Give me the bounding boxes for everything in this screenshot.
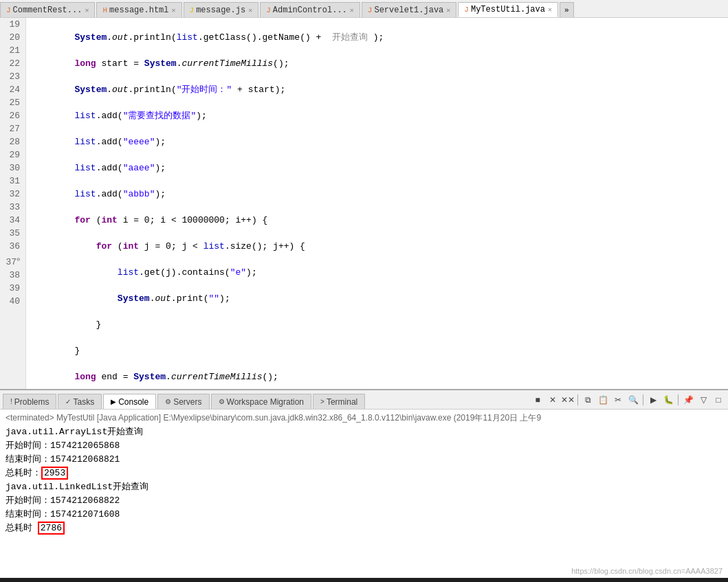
line-35: 35 — [5, 227, 20, 240]
copy-button[interactable]: ⧉ — [581, 393, 595, 407]
line-25: 25 — [5, 96, 20, 109]
java-icon3: J — [368, 6, 373, 14]
line-19: 19 — [5, 18, 20, 31]
close-all-button[interactable]: ✕✕ — [561, 393, 575, 407]
editor-area: 19 20 21 22 23 24 25 26 27 28 29 30 31 3… — [0, 18, 728, 389]
code-line-31: } — [32, 344, 728, 357]
paste-button[interactable]: 📋 — [596, 393, 610, 407]
console-line-3: 结束时间：1574212068821 — [5, 453, 723, 467]
watermark: https://blog.csdn.cn/blog.csdn.cn=AAAA38… — [571, 567, 723, 575]
java-icon2: J — [266, 6, 271, 14]
code-line-21: System.out.println("开始时间：" + start); — [32, 83, 728, 96]
line-38: 38 — [5, 269, 20, 282]
total-time-1: 2953 — [41, 467, 68, 480]
tab-close-mytestutil[interactable]: ✕ — [548, 5, 552, 14]
console-output-wrapper: <terminated> MyTestUtil [Java Applicatio… — [0, 410, 728, 578]
migration-icon: ⚙ — [219, 398, 225, 405]
tab-admincontrol[interactable]: J AdminControl... ✕ — [260, 2, 360, 17]
line-33: 33 — [5, 201, 20, 214]
panel-tab-tasks[interactable]: ✓ Tasks — [58, 394, 102, 409]
separator3 — [678, 394, 679, 405]
tab-commentrest[interactable]: J CommentRest... ✕ — [0, 2, 95, 17]
debug-button[interactable]: 🐛 — [661, 393, 675, 407]
tab-message-html[interactable]: H message.html ✕ — [96, 2, 181, 17]
code-line-24: list.add("aaee"); — [32, 161, 728, 175]
pin-button[interactable]: 📌 — [681, 393, 695, 407]
tab-more-button[interactable]: » — [560, 2, 574, 17]
tab-close-admincontrol[interactable]: ✕ — [350, 6, 354, 14]
line-22: 22 — [5, 57, 20, 70]
run-button[interactable]: ▶ — [646, 393, 660, 407]
close-button[interactable]: ✕ — [546, 393, 560, 407]
panel-tab-terminal[interactable]: > Terminal — [313, 394, 365, 409]
console-header: <terminated> MyTestUtil [Java Applicatio… — [5, 412, 723, 424]
code-line-30: } — [32, 318, 728, 331]
problems-icon: ! — [10, 398, 12, 405]
line-34: 34 — [5, 214, 20, 227]
line-26: 26 — [5, 109, 20, 122]
console-icon: ▶ — [111, 398, 116, 405]
find-button[interactable]: 🔍 — [626, 393, 640, 407]
tab-close-commentrest[interactable]: ✕ — [85, 6, 89, 14]
code-line-23: list.add("eeee"); — [32, 135, 728, 148]
html-icon: H — [102, 6, 107, 14]
java-icon: J — [6, 6, 11, 14]
line-30: 30 — [5, 161, 20, 175]
panel-tab-workspace-migration[interactable]: ⚙ Workspace Migration — [211, 394, 312, 409]
line-40: 40 — [5, 295, 20, 308]
line-20: 20 — [5, 31, 20, 44]
panel-tab-console[interactable]: ▶ Console — [103, 394, 156, 409]
line-39: 39 — [5, 282, 20, 295]
tasks-icon: ✓ — [65, 398, 71, 405]
code-line-22: list.add("需要查找的数据"); — [32, 109, 728, 122]
panel-tab-servers[interactable]: ⚙ Servers — [157, 394, 209, 409]
line-32: 32 — [5, 188, 20, 201]
code-line-26: for (int i = 0; i < 10000000; i++) { — [32, 214, 728, 227]
terminal-icon: > — [320, 398, 324, 405]
line-36: 36 — [5, 240, 20, 253]
cut-button[interactable]: ✂ — [611, 393, 625, 407]
tab-close-message-js[interactable]: ✕ — [248, 6, 252, 14]
console-line-4: 总耗时：2953 — [5, 467, 723, 480]
stop-button[interactable]: ■ — [531, 393, 544, 407]
code-line-29: System.out.print(""); — [32, 292, 728, 305]
servers-icon: ⚙ — [165, 398, 171, 405]
code-line-28: list.get(j).contains("e"); — [32, 266, 728, 279]
console-output[interactable]: <terminated> MyTestUtil [Java Applicatio… — [0, 410, 728, 538]
line-24: 24 — [5, 83, 20, 96]
tab-close-message-html[interactable]: ✕ — [172, 6, 176, 14]
console-toolbar: ■ ✕ ✕✕ ⧉ 📋 ✂ 🔍 ▶ 🐛 📌 ▽ □ — [366, 391, 728, 409]
code-line-32: long end = System.currentTimeMillis(); — [32, 370, 728, 383]
line-21: 21 — [5, 44, 20, 57]
line-28: 28 — [5, 135, 20, 148]
line-27: 27 — [5, 122, 20, 135]
line-31: 31 — [5, 175, 20, 188]
maximize-button[interactable]: □ — [712, 393, 725, 407]
tab-message-js[interactable]: J message.js ✕ — [184, 2, 259, 17]
line-23: 23 — [5, 70, 20, 83]
console-line-6: 开始时间：1574212068822 — [5, 494, 723, 508]
separator2 — [643, 394, 643, 405]
code-line-25: list.add("abbb"); — [32, 188, 728, 201]
panel-tabs: ! Problems ✓ Tasks ▶ Console ⚙ Servers ⚙… — [0, 390, 728, 410]
separator1 — [577, 394, 578, 405]
code-content[interactable]: System.out.println(list.getClass().getNa… — [26, 18, 728, 389]
console-line-7: 结束时间：1574212071608 — [5, 508, 723, 522]
tab-servelet1[interactable]: J Servelet1.java ✕ — [362, 2, 456, 17]
js-icon: J — [190, 6, 195, 14]
console-line-1: java.util.ArrayList开始查询 — [5, 425, 723, 439]
total-time-2: 2786 — [38, 522, 65, 535]
code-line-19: System.out.println(list.getClass().getNa… — [32, 31, 728, 44]
line-37: 37⊖ — [5, 253, 20, 269]
tab-mytestutil[interactable]: J MyTestUtil.java ✕ — [458, 2, 558, 17]
line-29: 29 — [5, 148, 20, 161]
console-line-5: java.util.LinkedList开始查询 — [5, 480, 723, 494]
console-line-2: 开始时间：1574212065868 — [5, 439, 723, 453]
minimize-button[interactable]: ▽ — [696, 393, 710, 407]
panel-tab-problems[interactable]: ! Problems — [3, 394, 56, 409]
java-icon4: J — [464, 5, 469, 14]
tab-close-servelet1[interactable]: ✕ — [446, 6, 450, 14]
bottom-panel: ! Problems ✓ Tasks ▶ Console ⚙ Servers ⚙… — [0, 389, 728, 578]
console-line-8: 总耗时 2786 — [5, 522, 723, 535]
editor-tabs: J CommentRest... ✕ H message.html ✕ J me… — [0, 0, 728, 18]
